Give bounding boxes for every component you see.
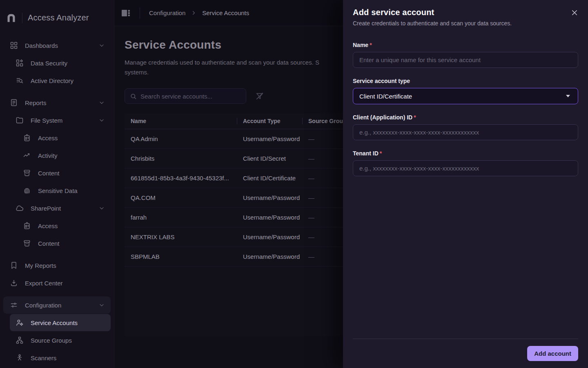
- search-icon: [130, 93, 137, 100]
- search-input[interactable]: [140, 93, 241, 100]
- sidebar-item-label: My Reports: [25, 262, 56, 269]
- sidebar-item-label: Reports: [25, 99, 47, 106]
- sidebar-item-label: Active Directory: [31, 77, 74, 84]
- sidebar-item-label: Data Security: [31, 60, 67, 67]
- add-account-button[interactable]: Add account: [527, 346, 578, 361]
- field-label-tenant_id: Tenant ID*: [353, 150, 578, 157]
- name-input[interactable]: [353, 52, 578, 68]
- sidebar-item-sharepoint[interactable]: SharePoint: [10, 200, 111, 217]
- page-description-line1: Manage credentials used to authenticate …: [125, 58, 344, 67]
- close-icon[interactable]: [571, 9, 578, 16]
- sidebar-item-label: Export Center: [25, 280, 63, 287]
- sidebar-item-activity[interactable]: Activity: [10, 147, 111, 164]
- field-group-client_id: Client (Application) ID*: [353, 114, 578, 140]
- page-description: Manage credentials used to authenticate …: [125, 58, 344, 77]
- breadcrumb-service-accounts: Service Accounts: [202, 9, 249, 16]
- sidebar-item-label: Access: [38, 222, 58, 229]
- archive-box-icon: [23, 239, 31, 247]
- chevron-down-icon: [98, 205, 105, 211]
- network-icon: [16, 336, 24, 344]
- breadcrumb: Configuration Service Accounts: [149, 9, 249, 16]
- sidebar-item-label: Access: [38, 135, 58, 141]
- client_id-input[interactable]: [353, 124, 578, 140]
- sidebar: Access Analyzer DashboardsData SecurityA…: [0, 0, 114, 368]
- page-description-line2: systems.: [125, 67, 344, 77]
- field-group-tenant_id: Tenant ID*: [353, 150, 578, 176]
- sidebar-item-label: Activity: [38, 152, 58, 159]
- drawer-title: Add service account: [353, 8, 578, 17]
- cell-account-type: Client ID/Secret: [237, 155, 302, 162]
- sidebar-item-service-accounts[interactable]: Service Accounts: [10, 314, 111, 331]
- cell-account-type: Username/Password: [237, 233, 302, 240]
- sidebar-item-scanners[interactable]: Scanners: [10, 349, 111, 366]
- sidebar-item-label: Dashboards: [25, 42, 58, 49]
- sidebar-item-export-center[interactable]: Export Center: [3, 274, 111, 292]
- user-gear-icon: [16, 319, 24, 327]
- breadcrumb-configuration[interactable]: Configuration: [149, 9, 185, 16]
- sidebar-item-data-security[interactable]: Data Security: [10, 54, 111, 72]
- document-icon: [10, 99, 18, 107]
- sidebar-item-source-groups[interactable]: Source Groups: [10, 332, 111, 349]
- nav-spacer: [0, 90, 114, 94]
- nav-spacer: [0, 292, 114, 296]
- sidebar-item-label: Service Accounts: [31, 319, 78, 326]
- chevron-down-icon: [98, 117, 105, 123]
- drawer-subtitle: Create credentials to authenticate and s…: [353, 20, 578, 27]
- dashboard-grid-icon: [10, 41, 18, 49]
- chevron-down-icon: [98, 99, 105, 106]
- download-icon: [10, 279, 18, 287]
- id-badge-icon: [23, 134, 31, 142]
- field-group-name: Name*: [353, 42, 578, 68]
- add-service-account-drawer: Add service account Create credentials t…: [343, 0, 588, 368]
- sidebar-item-label: Sensitive Data: [38, 187, 78, 194]
- cell-account-type: Username/Password: [237, 214, 302, 221]
- cell-account-type: Username/Password: [237, 135, 302, 142]
- required-asterisk: *: [370, 42, 372, 48]
- cell-account-type: Client ID/Certificate: [237, 175, 302, 182]
- drawer-footer: Add account: [353, 339, 578, 368]
- sidebar-nav: DashboardsData SecurityActive DirectoryR…: [0, 34, 114, 368]
- drawer-form: Name*Service account typeClient ID/Certi…: [343, 27, 588, 339]
- cell-name: SBPMLAB: [125, 253, 237, 260]
- sidebar-item-sensitive-data[interactable]: Sensitive Data: [10, 182, 111, 199]
- field-label-type: Service account type: [353, 78, 578, 84]
- sidebar-item-label: Configuration: [25, 302, 61, 309]
- field-label-name: Name*: [353, 42, 578, 48]
- app-root: Access Analyzer DashboardsData SecurityA…: [0, 0, 588, 368]
- topbar-divider: [140, 7, 140, 19]
- sidebar-toggle-icon[interactable]: [121, 8, 131, 18]
- search-list-icon: [16, 76, 24, 85]
- chevron-down-icon: [98, 302, 105, 308]
- chevron-right-icon: [191, 10, 197, 16]
- nav-spacer: [0, 252, 114, 256]
- sidebar-item-content[interactable]: Content: [10, 235, 111, 252]
- select-value: Client ID/Certificate: [359, 93, 412, 100]
- trend-line-icon: [23, 151, 31, 159]
- cell-name: QA.COM: [125, 194, 237, 201]
- sidebar-item-content[interactable]: Content: [10, 164, 111, 182]
- column-header-name: Name: [125, 118, 237, 124]
- folder-icon: [16, 116, 24, 124]
- sidebar-item-label: Source Groups: [31, 337, 72, 344]
- clear-filter-icon[interactable]: [255, 92, 264, 101]
- person-icon: [16, 354, 24, 362]
- field-group-type: Service account typeClient ID/Certificat…: [353, 78, 578, 104]
- sidebar-item-label: Content: [38, 170, 60, 177]
- sidebar-item-reports[interactable]: Reports: [3, 94, 111, 111]
- type-select[interactable]: Client ID/Certificate: [353, 88, 578, 104]
- required-asterisk: *: [380, 150, 382, 157]
- cell-name: 661855d1-85b3-4a3f-9430-45323f...: [125, 175, 237, 182]
- sidebar-item-configuration[interactable]: Configuration: [3, 296, 111, 314]
- drawer-header: Add service account Create credentials t…: [343, 0, 588, 27]
- sidebar-item-access[interactable]: Access: [10, 129, 111, 146]
- tenant_id-input[interactable]: [353, 160, 578, 176]
- sidebar-item-active-directory[interactable]: Active Directory: [10, 72, 111, 89]
- cell-account-type: Username/Password: [237, 194, 302, 201]
- bookmark-icon: [10, 261, 18, 269]
- sidebar-item-access[interactable]: Access: [10, 217, 111, 234]
- sidebar-item-dashboards[interactable]: Dashboards: [3, 37, 111, 54]
- cloud-icon: [16, 204, 24, 212]
- sidebar-item-label: Content: [38, 240, 60, 247]
- sidebar-item-my-reports[interactable]: My Reports: [3, 257, 111, 274]
- sidebar-item-file-system[interactable]: File System: [10, 112, 111, 129]
